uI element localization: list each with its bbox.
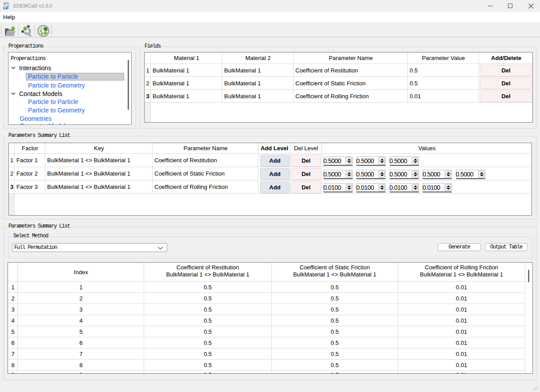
svg-text:cal: cal [3,5,8,10]
